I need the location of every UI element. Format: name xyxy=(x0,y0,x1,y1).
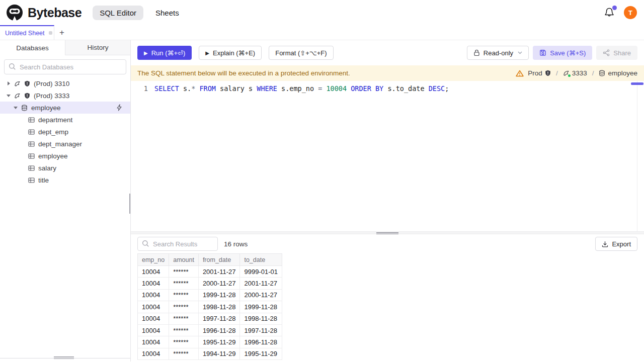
result-cell[interactable]: 2001-11-27 xyxy=(198,266,240,278)
result-row[interactable]: 10004******1997-11-281998-11-28 xyxy=(138,313,282,324)
column-header-from_date[interactable]: from_date xyxy=(198,254,240,266)
tree-table-dept_manager[interactable]: dept_manager xyxy=(0,138,130,150)
result-row[interactable]: 10004******1994-11-291995-11-29 xyxy=(138,348,282,359)
avatar[interactable]: T xyxy=(624,6,637,19)
tab-databases[interactable]: Databases xyxy=(0,40,65,55)
table-icon xyxy=(28,141,35,147)
tree-database-employee[interactable]: employee xyxy=(0,102,130,114)
result-cell[interactable]: ****** xyxy=(169,278,199,289)
results-panel: 16 rows Export emp_noamountfrom_dateto_d… xyxy=(131,234,644,361)
result-cell[interactable]: 1997-11-28 xyxy=(198,313,240,324)
column-header-emp_no[interactable]: emp_no xyxy=(138,254,169,266)
result-cell[interactable]: 1999-11-28 xyxy=(240,301,282,313)
chevron-down-icon xyxy=(13,107,18,109)
share-icon xyxy=(603,49,610,56)
mysql-icon xyxy=(14,93,21,99)
tree-table-employee[interactable]: employee xyxy=(0,150,130,162)
share-button[interactable]: Share xyxy=(596,46,637,60)
result-cell[interactable]: ****** xyxy=(169,324,199,336)
result-row[interactable]: 10004******1998-11-281999-11-28 xyxy=(138,301,282,313)
result-cell[interactable]: 10004 xyxy=(138,336,169,348)
tree-table-dept_emp[interactable]: dept_emp xyxy=(0,126,130,138)
status-dot xyxy=(568,74,571,77)
table-list: departmentdept_empdept_manageremployeesa… xyxy=(0,114,130,186)
result-cell[interactable]: ****** xyxy=(169,348,199,359)
tree-table-department[interactable]: department xyxy=(0,114,130,126)
results-splitter[interactable] xyxy=(131,231,644,234)
result-cell[interactable]: 2000-11-27 xyxy=(240,289,282,301)
result-cell[interactable]: 10004 xyxy=(138,266,169,278)
bytebase-logo[interactable]: Bytebase xyxy=(6,4,82,21)
result-cell[interactable]: 1996-11-28 xyxy=(198,324,240,336)
tree-table-title[interactable]: title xyxy=(0,174,130,186)
database-chip[interactable]: employee xyxy=(599,69,637,77)
editor-toolbar: ▶ Run (⌘+⏎) ▶ Explain (⌘+E) Format (⇧+⌥+… xyxy=(131,40,644,65)
result-cell[interactable]: ****** xyxy=(169,266,199,278)
result-cell[interactable]: 10004 xyxy=(138,289,169,301)
result-cell[interactable]: ****** xyxy=(169,301,199,313)
result-cell[interactable]: 10004 xyxy=(138,301,169,313)
result-cell[interactable]: 10004 xyxy=(138,348,169,359)
search-results-input[interactable] xyxy=(137,237,218,251)
result-cell[interactable]: 1995-11-29 xyxy=(240,348,282,359)
play-icon: ▶ xyxy=(205,50,209,56)
environment-chip[interactable]: Prod xyxy=(528,69,551,77)
banner-message: The SQL statement below will be executed… xyxy=(137,69,350,77)
splitter-grip-icon xyxy=(376,232,398,235)
result-cell[interactable]: 1998-11-28 xyxy=(240,313,282,324)
result-cell[interactable]: 1995-11-29 xyxy=(198,336,240,348)
sheet-tab-label: Untitled Sheet xyxy=(5,30,45,37)
explain-button[interactable]: ▶ Explain (⌘+E) xyxy=(199,46,262,60)
save-button[interactable]: Save (⌘+S) xyxy=(533,46,592,60)
result-row[interactable]: 10004******1996-11-281997-11-28 xyxy=(138,324,282,336)
result-cell[interactable]: 10004 xyxy=(138,313,169,324)
result-cell[interactable]: ****** xyxy=(169,336,199,348)
sql-code: SELECT s.* FROM salary s WHERE s.emp_no … xyxy=(154,83,449,94)
run-button[interactable]: ▶ Run (⌘+⏎) xyxy=(137,46,192,60)
result-row[interactable]: 10004******1995-11-291996-11-28 xyxy=(138,336,282,348)
sidebar: Databases History (Prod) 3310 xyxy=(0,40,131,361)
bolt-icon[interactable] xyxy=(116,104,122,111)
sql-editor-pane[interactable]: 1 SELECT s.* FROM salary s WHERE s.emp_n… xyxy=(131,81,644,231)
result-cell[interactable]: 2000-11-27 xyxy=(198,278,240,289)
result-cell[interactable]: 10004 xyxy=(138,324,169,336)
result-cell[interactable]: 10004 xyxy=(138,278,169,289)
format-button[interactable]: Format (⇧+⌥+F) xyxy=(269,46,333,60)
shield-icon xyxy=(24,93,30,99)
search-databases-input[interactable] xyxy=(4,59,126,74)
column-header-to_date[interactable]: to_date xyxy=(240,254,282,266)
editor-scrollbar-marker xyxy=(631,82,643,85)
sidebar-bottom-resize-handle[interactable] xyxy=(54,355,74,360)
tree-table-salary[interactable]: salary xyxy=(0,162,130,174)
result-cell[interactable]: ****** xyxy=(169,313,199,324)
result-cell[interactable]: 1996-11-28 xyxy=(240,336,282,348)
result-cell[interactable]: 1999-11-28 xyxy=(198,289,240,301)
result-row[interactable]: 10004******1999-11-282000-11-27 xyxy=(138,289,282,301)
tree-instance-prod-3310[interactable]: (Prod) 3310 xyxy=(0,77,130,89)
result-cell[interactable]: 9999-01-01 xyxy=(240,266,282,278)
result-row[interactable]: 10004******2001-11-279999-01-01 xyxy=(138,266,282,278)
column-header-amount[interactable]: amount xyxy=(169,254,199,266)
database-icon xyxy=(21,105,28,111)
nav-sheets[interactable]: Sheets xyxy=(148,6,186,20)
result-row[interactable]: 10004******2000-11-272001-11-27 xyxy=(138,278,282,289)
export-button[interactable]: Export xyxy=(595,237,637,251)
readonly-mode-dropdown[interactable]: Read-only xyxy=(467,46,529,60)
instance-chip[interactable]: 3333 xyxy=(563,69,587,77)
nav-sql-editor[interactable]: SQL Editor xyxy=(93,6,143,20)
editor-scrollbar[interactable] xyxy=(637,81,637,231)
result-cell[interactable]: 1994-11-29 xyxy=(198,348,240,359)
notifications-button[interactable] xyxy=(604,7,615,18)
result-cell[interactable]: ****** xyxy=(169,289,199,301)
tree-instance-prod-3333[interactable]: (Prod) 3333 xyxy=(0,89,130,102)
protected-environment-banner: The SQL statement below will be executed… xyxy=(131,65,644,81)
table-icon xyxy=(28,165,35,171)
result-cell[interactable]: 1998-11-28 xyxy=(198,301,240,313)
tab-untitled-sheet[interactable]: Untitled Sheet xyxy=(0,25,54,40)
result-cell[interactable]: 2001-11-27 xyxy=(240,278,282,289)
search-icon xyxy=(142,240,149,247)
row-count: 16 rows xyxy=(224,240,248,248)
add-sheet-button[interactable]: + xyxy=(54,25,69,40)
tab-history[interactable]: History xyxy=(65,40,130,55)
result-cell[interactable]: 1997-11-28 xyxy=(240,324,282,336)
